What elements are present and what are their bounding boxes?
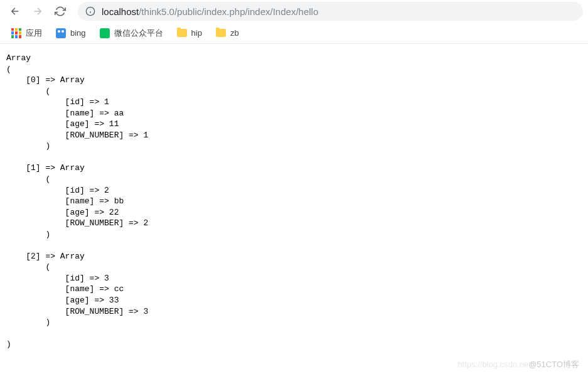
folder-icon [177, 29, 187, 37]
bookmark-hip[interactable]: hip [171, 26, 208, 40]
wechat-icon [100, 28, 110, 38]
folder-icon [216, 29, 226, 37]
address-bar[interactable]: localhost/think5.0/public/index.php/inde… [78, 2, 583, 21]
browser-nav-bar: localhost/think5.0/public/index.php/inde… [0, 0, 588, 23]
bookmark-apps[interactable]: 应用 [5, 25, 48, 41]
arrow-right-icon [32, 6, 43, 17]
bookmark-zb[interactable]: zb [210, 26, 245, 40]
bookmark-bing[interactable]: bing [50, 26, 92, 41]
apps-icon [11, 28, 21, 38]
bookmark-label: hip [191, 28, 202, 38]
bookmark-wechat[interactable]: 微信公众平台 [94, 25, 169, 41]
info-icon [85, 6, 95, 16]
array-output: Array ( [0] => Array ( [id] => 1 [name] … [0, 44, 588, 359]
bookmark-label: 微信公众平台 [114, 28, 163, 39]
back-button[interactable] [5, 1, 25, 21]
bing-icon [56, 28, 66, 38]
bookmark-label: 应用 [26, 28, 42, 39]
bookmark-label: bing [70, 28, 86, 38]
watermark: https://blog.csdn.ne@51CTO博客 [457, 359, 579, 370]
bookmarks-bar: 应用 bing 微信公众平台 hip zb [0, 23, 588, 44]
reload-icon [55, 6, 66, 17]
reload-button[interactable] [50, 1, 70, 21]
bookmark-label: zb [230, 28, 239, 38]
arrow-left-icon [9, 6, 21, 17]
url-text: localhost/think5.0/public/index.php/inde… [102, 6, 318, 17]
forward-button[interactable] [28, 1, 48, 21]
